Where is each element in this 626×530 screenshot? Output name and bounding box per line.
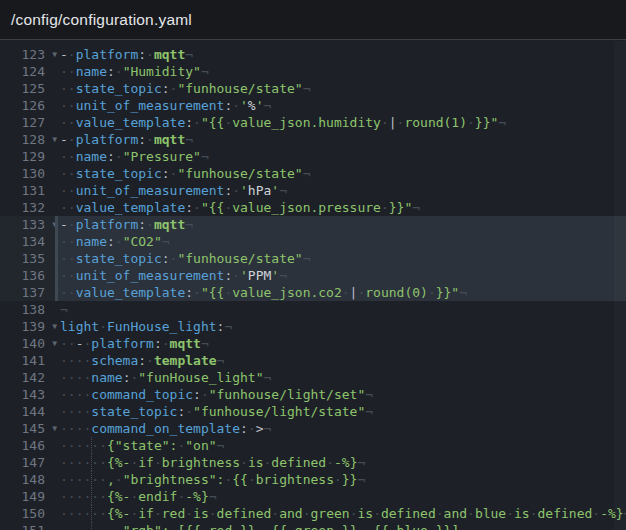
code-row: 139▼light·FunHouse_light:¬ xyxy=(0,318,626,335)
fold-arrow-icon[interactable]: ▼ xyxy=(52,216,57,233)
line-number[interactable]: 123▼ xyxy=(0,46,58,63)
line-number[interactable]: 125 xyxy=(0,80,58,97)
line-number[interactable]: 137 xyxy=(0,284,58,301)
code-line[interactable]: ¬ xyxy=(58,301,626,318)
code-row: 129··name:·"Pressure"¬ xyxy=(0,148,626,165)
indent-guide xyxy=(91,437,92,454)
line-number[interactable]: 144 xyxy=(0,403,58,420)
code-line[interactable]: ······{%-·if·red·is·defined·and·green·is… xyxy=(58,505,626,522)
line-number[interactable]: 133▼ xyxy=(0,216,58,233)
code-row: 127··value_template:·"{{·value_json.humi… xyxy=(0,114,626,131)
line-number[interactable]: 139▼ xyxy=(0,318,58,335)
line-number[interactable]: 135 xyxy=(0,250,58,267)
code-row: 144····state_topic:·"funhouse/light/stat… xyxy=(0,403,626,420)
scrollbar-track[interactable] xyxy=(614,41,626,530)
code-line[interactable]: ··unit_of_measurement:·'%'¬ xyxy=(58,97,626,114)
code-line[interactable]: ··name:·"CO2"¬ xyxy=(58,233,626,250)
code-row: 147······{%-·if·brightness·is·defined·-%… xyxy=(0,454,626,471)
code-line[interactable]: ······{%-·if·brightness·is·defined·-%}¬ xyxy=(58,454,626,471)
code-line[interactable]: ····state_topic:·"funhouse/light/state"¬ xyxy=(58,403,626,420)
code-line[interactable]: ··state_topic:·"funhouse/state"¬ xyxy=(58,80,626,97)
line-number[interactable]: 128▼ xyxy=(0,131,58,148)
code-line[interactable]: ··value_template:·"{{·value_json.humidit… xyxy=(58,114,626,131)
line-number[interactable]: 150 xyxy=(0,505,58,522)
line-number[interactable]: 129 xyxy=(0,148,58,165)
code-row: 143····command_topic:·"funhouse/light/se… xyxy=(0,386,626,403)
fold-arrow-icon[interactable]: ▼ xyxy=(52,335,57,352)
line-number[interactable]: 124 xyxy=(0,63,58,80)
line-number[interactable]: 141 xyxy=(0,352,58,369)
code-line[interactable]: ····schema:·template¬ xyxy=(58,352,626,369)
line-number[interactable]: 138 xyxy=(0,301,58,318)
code-row: 145▼····command_on_template:·>¬ xyxy=(0,420,626,437)
code-line[interactable]: -·platform:·mqtt¬ xyxy=(58,216,626,233)
code-line[interactable]: ··state_topic:·"funhouse/state"¬ xyxy=(58,165,626,182)
code-row: 151······,·"rgb":·[{{·red·}},·{{·green·}… xyxy=(0,522,626,530)
line-number[interactable]: 146 xyxy=(0,437,58,454)
fold-arrow-icon[interactable]: ▼ xyxy=(52,131,57,148)
code-line[interactable]: ····name:·"funHouse_light"¬ xyxy=(58,369,626,386)
code-line[interactable]: ··unit_of_measurement:·'hPa'¬ xyxy=(58,182,626,199)
code-line[interactable]: light·FunHouse_light:¬ xyxy=(58,318,626,335)
code-row: 126··unit_of_measurement:·'%'¬ xyxy=(0,97,626,114)
code-row: 138¬ xyxy=(0,301,626,318)
code-row: 135··state_topic:·"funhouse/state"¬ xyxy=(0,250,626,267)
code-row: 146······{"state":·"on"¬ xyxy=(0,437,626,454)
code-line[interactable]: ······{%-·endif·-%}¬ xyxy=(58,488,626,505)
code-row: 148······,·"brightness":·{{·brightness·}… xyxy=(0,471,626,488)
code-line[interactable]: -·platform:·mqtt¬ xyxy=(58,131,626,148)
code-row: 128▼-·platform:·mqtt¬ xyxy=(0,131,626,148)
line-number[interactable]: 140▼ xyxy=(0,335,58,352)
fold-arrow-icon[interactable]: ▼ xyxy=(52,46,57,63)
line-number[interactable]: 142 xyxy=(0,369,58,386)
indent-guide xyxy=(91,522,92,530)
code-row: 123▼-·platform:·mqtt¬ xyxy=(0,46,626,63)
line-number[interactable]: 147 xyxy=(0,454,58,471)
line-number[interactable]: 149 xyxy=(0,488,58,505)
code-line[interactable]: ··name:·"Pressure"¬ xyxy=(58,148,626,165)
code-editor[interactable]: 123▼-·platform:·mqtt¬124··name:·"Humidit… xyxy=(0,41,626,530)
line-number[interactable]: 127 xyxy=(0,114,58,131)
indent-guide xyxy=(91,454,92,471)
file-path: /config/configuration.yaml xyxy=(11,11,192,29)
line-number[interactable]: 148 xyxy=(0,471,58,488)
code-line[interactable]: -·platform:·mqtt¬ xyxy=(58,46,626,63)
code-line[interactable]: ··state_topic:·"funhouse/state"¬ xyxy=(58,250,626,267)
code-row: 131··unit_of_measurement:·'hPa'¬ xyxy=(0,182,626,199)
code-line[interactable]: ··-·platform:·mqtt¬ xyxy=(58,335,626,352)
code-row: 136··unit_of_measurement:·'PPM'¬ xyxy=(0,267,626,284)
code-row: 125··state_topic:·"funhouse/state"¬ xyxy=(0,80,626,97)
code-line[interactable]: ······,·"brightness":·{{·brightness·}}¬ xyxy=(58,471,626,488)
code-row: 130··state_topic:·"funhouse/state"¬ xyxy=(0,165,626,182)
code-line[interactable]: ······,·"rgb":·[{{·red·}},·{{·green·}},·… xyxy=(58,522,626,530)
line-number[interactable]: 136 xyxy=(0,267,58,284)
code-row: 150······{%-·if·red·is·defined·and·green… xyxy=(0,505,626,522)
code-line[interactable]: ····command_on_template:·>¬ xyxy=(58,420,626,437)
line-number[interactable]: 143 xyxy=(0,386,58,403)
line-number[interactable]: 130 xyxy=(0,165,58,182)
line-number[interactable]: 132 xyxy=(0,199,58,216)
code-line[interactable]: ··value_template:·"{{·value_json.pressur… xyxy=(58,199,626,216)
line-number[interactable]: 134 xyxy=(0,233,58,250)
code-line[interactable]: ··unit_of_measurement:·'PPM'¬ xyxy=(58,267,626,284)
code-row: 132··value_template:·"{{·value_json.pres… xyxy=(0,199,626,216)
fold-arrow-icon[interactable]: ▼ xyxy=(52,420,57,437)
code-line[interactable]: ··value_template:·"{{·value_json.co2·|·r… xyxy=(58,284,626,301)
line-number[interactable]: 145▼ xyxy=(0,420,58,437)
code-row: 140▼··-·platform:·mqtt¬ xyxy=(0,335,626,352)
fold-arrow-icon[interactable]: ▼ xyxy=(52,318,57,335)
code-row: 134··name:·"CO2"¬ xyxy=(0,233,626,250)
indent-guide xyxy=(91,505,92,522)
code-row: 133▼-·platform:·mqtt¬ xyxy=(0,216,626,233)
code-line[interactable]: ··name:·"Humidity"¬ xyxy=(58,63,626,80)
code-line[interactable]: ······{"state":·"on"¬ xyxy=(58,437,626,454)
line-number[interactable]: 126 xyxy=(0,97,58,114)
line-number[interactable]: 151 xyxy=(0,522,58,530)
code-row: 124··name:·"Humidity"¬ xyxy=(0,63,626,80)
indent-guide xyxy=(91,488,92,505)
code-row: 141····schema:·template¬ xyxy=(0,352,626,369)
titlebar: /config/configuration.yaml xyxy=(0,0,626,40)
line-number[interactable]: 131 xyxy=(0,182,58,199)
code-row: 137··value_template:·"{{·value_json.co2·… xyxy=(0,284,626,301)
code-line[interactable]: ····command_topic:·"funhouse/light/set"¬ xyxy=(58,386,626,403)
